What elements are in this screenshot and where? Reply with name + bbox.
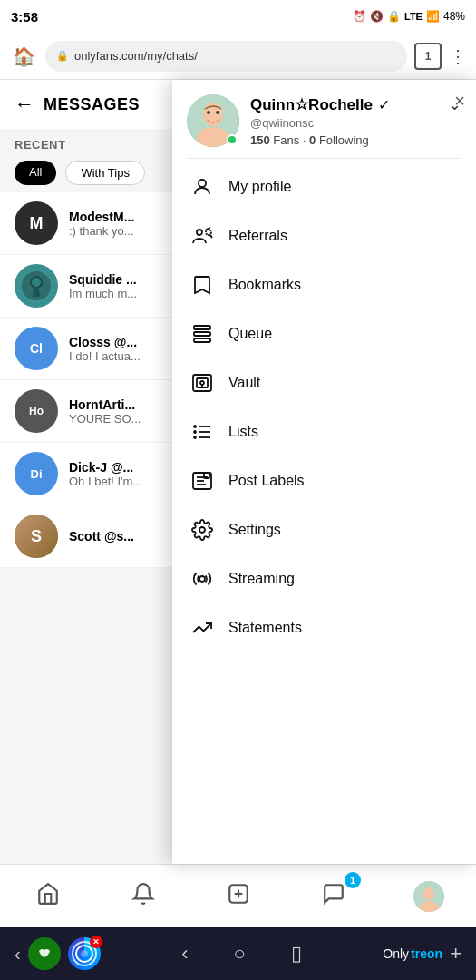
alarm-icon: ⏰	[353, 10, 366, 23]
post-labels-label: Post Labels	[228, 473, 305, 489]
sidebar-item-my-profile[interactable]: My profile	[172, 162, 476, 211]
android-taskbar: ‹ ✕ ‹ ○ ▯ Onlytreon +	[0, 927, 476, 980]
sidebar-item-post-labels[interactable]: Post Labels	[172, 456, 476, 505]
svg-point-2	[32, 278, 41, 287]
taskbar-center: ‹ ○ ▯	[181, 942, 302, 965]
svg-point-22	[194, 426, 196, 427]
filter-all-button[interactable]: All	[15, 161, 56, 185]
svg-point-40	[81, 950, 88, 957]
referrals-label: Referrals	[228, 228, 287, 244]
taskbar-left: ‹ ✕	[15, 937, 101, 970]
mute-icon: 🔇	[370, 10, 384, 23]
avatar	[15, 264, 58, 308]
queue-label: Queue	[228, 326, 272, 342]
svg-point-6	[207, 111, 210, 114]
svg-point-36	[423, 887, 434, 900]
svg-line-11	[206, 228, 210, 230]
nav-home-button[interactable]	[0, 865, 95, 927]
nav-notifications-button[interactable]	[95, 865, 190, 927]
svg-point-24	[194, 436, 196, 438]
svg-rect-14	[194, 338, 210, 342]
following-count: 0	[309, 133, 316, 147]
avatar: Cl	[15, 327, 58, 370]
streaming-label: Streaming	[228, 571, 295, 587]
xbox-app-button[interactable]	[28, 937, 61, 970]
nav-create-button[interactable]	[190, 865, 286, 927]
bookmarks-label: Bookmarks	[228, 277, 301, 293]
svg-point-31	[199, 576, 205, 582]
sidebar-item-statements[interactable]: Statements	[172, 603, 476, 652]
main-area: ← MESSAGES RECENT All With Tips M Modest…	[0, 80, 476, 864]
back-system-button[interactable]: ‹	[181, 942, 188, 965]
sidebar-item-settings[interactable]: Settings	[172, 505, 476, 554]
fans-count: 150	[250, 133, 270, 147]
queue-icon	[190, 322, 214, 346]
vault-icon	[190, 371, 214, 395]
nav-messages-button[interactable]: 1	[286, 865, 381, 927]
sidebar-item-lists[interactable]: Lists	[172, 407, 476, 456]
avatar	[413, 881, 444, 912]
chat-icon	[322, 882, 345, 911]
home-system-button[interactable]: ○	[234, 942, 246, 965]
profile-name-row: Quinn☆Rochelle ✓ ⌄	[250, 94, 461, 114]
bookmarks-icon	[190, 273, 214, 297]
lock-icon: 🔒	[387, 10, 401, 23]
bottom-nav: 1	[0, 864, 476, 927]
referrals-icon	[190, 224, 214, 248]
profile-name: Quinn☆Rochelle	[250, 95, 373, 114]
lists-label: Lists	[228, 424, 258, 440]
svg-point-9	[197, 230, 202, 235]
svg-point-8	[199, 180, 206, 187]
tab-count-button[interactable]: 1	[414, 43, 442, 70]
browser-menu-button[interactable]: ⋮	[449, 45, 467, 67]
online-indicator	[227, 134, 238, 145]
sidebar-item-bookmarks[interactable]: Bookmarks	[172, 260, 476, 309]
recent-system-button[interactable]: ▯	[291, 942, 302, 965]
profile-stats: 150 Fans · 0 Following	[250, 133, 461, 147]
status-icons: ⏰ 🔇 🔒 LTE 📶 48%	[353, 10, 465, 23]
lte-label: LTE	[404, 11, 423, 22]
filter-with-tips-button[interactable]: With Tips	[65, 161, 144, 185]
status-time: 3:58	[11, 9, 38, 24]
svg-point-17	[200, 381, 204, 385]
sidebar-item-streaming[interactable]: Streaming	[172, 554, 476, 603]
person-icon	[190, 175, 214, 199]
onlytreon-badge: Onlytreon	[383, 946, 442, 961]
avatar: Di	[15, 452, 58, 495]
url-input[interactable]: 🔒 onlyfans.com/my/chats/	[45, 41, 407, 72]
my-profile-label: My profile	[228, 179, 291, 195]
svg-point-23	[194, 431, 196, 433]
back-button[interactable]: ←	[15, 93, 34, 116]
svg-rect-12	[194, 326, 210, 329]
signal-icon: 📶	[426, 10, 440, 23]
vault-label: Vault	[228, 375, 260, 391]
sidebar-item-queue[interactable]: Queue	[172, 309, 476, 358]
messages-title: MESSAGES	[44, 95, 140, 114]
avatar: Ho	[15, 389, 58, 433]
home-nav-button[interactable]: 🏠	[9, 42, 38, 71]
settings-label: Settings	[228, 522, 281, 538]
post-labels-icon	[190, 469, 214, 493]
taskbar-plus-button[interactable]: +	[450, 942, 461, 965]
profile-dropdown: Quinn☆Rochelle ✓ ⌄ @qwiinonsc 150 Fans ·…	[172, 80, 476, 864]
profile-header: Quinn☆Rochelle ✓ ⌄ @qwiinonsc 150 Fans ·…	[172, 80, 476, 158]
treon-text: treon	[411, 946, 442, 961]
profile-info: Quinn☆Rochelle ✓ ⌄ @qwiinonsc 150 Fans ·…	[250, 94, 461, 147]
nav-profile-button[interactable]	[381, 865, 476, 927]
plus-icon	[227, 882, 250, 911]
only-text: Only	[383, 946, 409, 961]
taskbar-back-button[interactable]: ‹	[15, 944, 21, 965]
url-bar: 🏠 🔒 onlyfans.com/my/chats/ 1 ⋮	[0, 33, 476, 80]
lock-icon: 🔒	[56, 50, 69, 62]
svg-point-30	[199, 527, 205, 533]
avatar: S	[15, 514, 58, 558]
app-close-badge[interactable]: ✕	[90, 936, 102, 948]
settings-icon	[190, 518, 214, 542]
sidebar-item-vault[interactable]: Vault	[172, 358, 476, 407]
streaming-icon	[190, 567, 214, 591]
sidebar-item-referrals[interactable]: Referrals	[172, 211, 476, 260]
url-text: onlyfans.com/my/chats/	[74, 49, 198, 63]
svg-rect-15	[193, 375, 211, 391]
avatar: M	[15, 201, 58, 245]
close-button[interactable]: ×	[454, 91, 465, 112]
